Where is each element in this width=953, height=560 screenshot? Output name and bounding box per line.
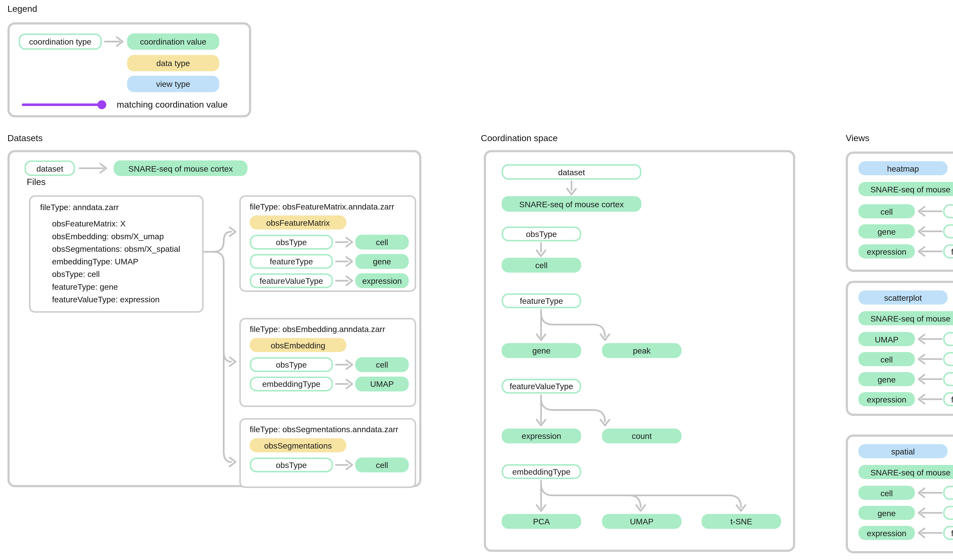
coordination-value-pill: count [602,429,681,444]
datasets-title: Datasets [8,133,43,144]
data-type-pill: obsSegmentations [250,438,346,452]
coordination-value-pill: cell [355,458,409,472]
file-option: obsType: cell [52,269,100,278]
coordination-type-pill: obsType [250,357,333,372]
coordination-value-pill: gene [355,254,409,269]
coordination-value-pill: cell [858,352,915,366]
file-option: featureValueType: expression [52,295,160,304]
coordination-value-pill: expression [858,392,915,406]
legend-coordination-value-pill: coordination value [127,33,219,50]
file-option: obsEmbedding: obsm/X_umap [52,232,164,241]
coordination-type-pill: featureType [502,293,581,308]
coordination-value-pill: gene [858,224,915,238]
file-box-title: fileType: obsEmbedding.anndata.zarr [250,325,385,334]
coordination-value-pill: PCA [502,514,581,529]
file-box-anndata-title: fileType: anndata.zarr [40,203,119,212]
coordination-value-pill: cell [502,258,581,272]
data-type-pill: obsEmbedding [250,338,346,352]
datasets-panel: dataset SNARE-seq of mouse cortex Files … [8,150,421,487]
coordination-value-pill: gene [858,506,915,520]
coordination-type-pill: featureValueType [502,379,581,394]
coordination-type-pill: embeddingType [502,464,581,479]
coordination-type-pill: dataset [502,164,641,180]
coordination-type-pill: obsType [250,235,333,249]
dataset-value-pill: SNARE-seq of mouse cortex [114,160,248,176]
coordination-value-pill: SNARE-seq of mouse cortex [858,182,953,196]
coordination-type-pill: featureValueType [943,526,953,540]
coordination-type-pill: featureType [943,372,953,386]
coordination-value-pill: UMAP [858,332,915,346]
coordination-value-pill: peak [602,343,681,358]
view-panel-heatmap: heatmap SNARE-seq of mouse cortex datase… [846,152,953,272]
coordination-value-pill: gene [858,372,915,386]
view-panel-scatterplot: scatterplot SNARE-seq of mouse cortex da… [846,281,953,416]
coordination-value-pill: expression [502,429,581,444]
legend-view-type-pill: view type [127,76,219,92]
coordination-type-pill: featureValueType [943,392,953,406]
coordination-value-pill: cell [355,235,409,249]
coordination-value-pill: UMAP [355,377,409,391]
coordination-title: Coordination space [481,133,558,144]
coordination-type-pill: featureType [943,506,953,520]
file-box-title: fileType: obsSegmentations.anndata.zarr [250,425,398,434]
coordination-type-pill: obsType [250,458,333,472]
file-box-anndata: fileType: anndata.zarr obsFeatureMatrix:… [29,195,203,312]
view-panel-spatial: spatial SNARE-seq of mouse cortex datase… [846,435,953,553]
coordination-value-pill: gene [502,343,581,358]
coordination-type-pill: featureType [943,224,953,238]
file-box-title: fileType: obsFeatureMatrix.anndata.zarr [250,202,394,211]
coordination-value-pill: cell [355,357,409,372]
file-option: featureType: gene [52,282,118,291]
view-type-pill: heatmap [858,161,948,175]
coordination-type-pill: embeddingType [250,377,333,391]
data-type-pill: obsFeatureMatrix [250,215,346,229]
coordination-type-pill: featureValueType [943,244,953,258]
legend-data-type-pill: data type [127,55,219,71]
file-option: embeddingType: UMAP [52,257,138,266]
coordination-type-pill: obsType [943,486,953,500]
views-title: Views [846,133,869,144]
diagram-canvas: Legend coordination type coordination va… [0,0,953,560]
file-box-obsfeaturematrix: fileType: obsFeatureMatrix.anndata.zarr … [239,195,416,292]
legend-matching-label: matching coordination value [116,99,228,110]
files-label: Files [27,177,45,187]
coordination-type-pill: featureType [250,254,333,269]
legend-panel: coordination type coordination value dat… [8,22,251,118]
dataset-type-pill: dataset [25,160,75,176]
coordination-type-pill: embeddingType [943,332,953,346]
coordination-type-pill: obsType [943,352,953,366]
coordination-value-pill: cell [858,486,915,500]
legend-title: Legend [8,4,37,14]
matching-line-endpoint [98,100,106,109]
file-box-obsembedding: fileType: obsEmbedding.anndata.zarr obsE… [239,318,416,407]
coordination-value-pill: UMAP [602,514,681,529]
coordination-type-pill: obsType [943,204,953,218]
view-type-pill: spatial [858,444,948,458]
coordination-value-pill: cell [858,204,915,218]
coordination-value-pill: expression [355,273,409,288]
coordination-value-pill: expression [858,244,915,258]
file-box-obssegmentations: fileType: obsSegmentations.anndata.zarr … [239,418,416,488]
coordination-value-pill: SNARE-seq of mouse cortex [858,311,953,325]
file-option: obsFeatureMatrix: X [52,219,126,228]
coordination-value-pill: t-SNE [702,514,781,529]
coordination-value-pill: expression [858,526,915,540]
file-option: obsSegmentations: obsm/X_spatial [52,244,180,253]
coordination-panel: dataset SNARE-seq of mouse cortex obsTyp… [484,150,795,552]
coordination-type-pill: featureValueType [250,273,333,288]
view-type-pill: scatterplot [858,291,948,305]
coordination-type-pill: obsType [502,226,581,241]
legend-coordination-type-pill: coordination type [19,33,102,50]
coordination-value-pill: SNARE-seq of mouse cortex [858,465,953,479]
coordination-value-pill: SNARE-seq of mouse cortex [502,196,641,212]
